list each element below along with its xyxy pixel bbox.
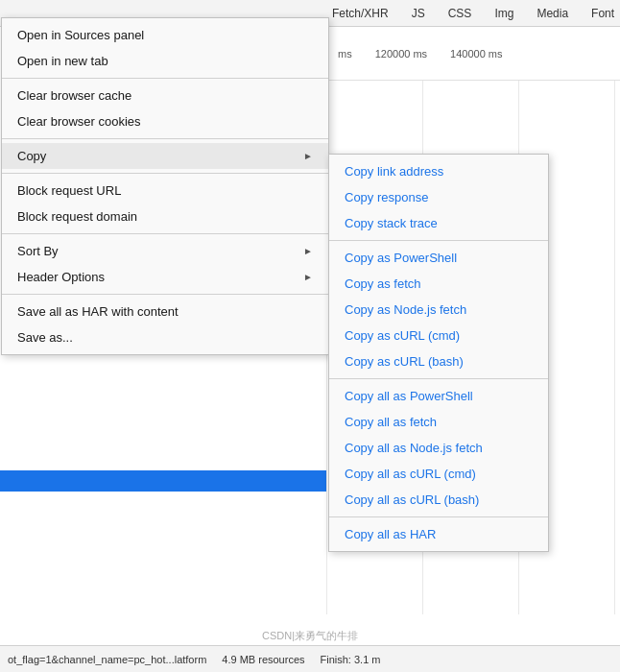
sub-menu-copy-link-address[interactable]: Copy link address	[329, 158, 548, 184]
copy-submenu-arrow: ►	[303, 151, 313, 161]
timeline-area: ms 120000 ms 140000 ms	[326, 27, 620, 81]
tab-js[interactable]: JS	[406, 3, 431, 24]
sub-menu-copy-all-as-fetch[interactable]: Copy all as fetch	[329, 409, 548, 435]
tab-media[interactable]: Media	[531, 3, 574, 24]
selected-row	[0, 470, 326, 492]
menu-item-block-url-label: Block request URL	[17, 183, 121, 198]
menu-item-block-url[interactable]: Block request URL	[2, 178, 328, 204]
sub-menu-copy-response-label: Copy response	[345, 190, 428, 204]
sub-menu-copy-as-curl-cmd[interactable]: Copy as cURL (cmd)	[329, 323, 548, 348]
menu-item-block-domain[interactable]: Block request domain	[2, 204, 328, 229]
tab-font[interactable]: Font	[585, 3, 620, 24]
sub-menu-copy-all-as-har[interactable]: Copy all as HAR	[329, 521, 548, 547]
ms-label-2: 120000 ms	[364, 48, 439, 60]
sub-menu-copy-link-address-label: Copy link address	[345, 164, 443, 179]
menu-item-clear-cache-label: Clear browser cache	[17, 88, 131, 103]
separator-5	[2, 294, 328, 295]
sub-separator-1	[329, 240, 548, 241]
menu-item-header-options[interactable]: Header Options ►	[2, 264, 328, 290]
sub-menu-copy-as-curl-cmd-label: Copy as cURL (cmd)	[345, 328, 460, 343]
sort-by-submenu-arrow: ►	[303, 246, 313, 256]
menu-item-save-har-label: Save all as HAR with content	[17, 304, 179, 319]
menu-item-sort-by-label: Sort By	[17, 244, 59, 258]
menu-item-copy-label: Copy	[17, 149, 46, 163]
menu-item-open-sources-label: Open in Sources panel	[17, 28, 144, 42]
menu-item-save-as-label: Save as...	[17, 330, 73, 345]
sub-menu-copy-all-as-nodejs-fetch[interactable]: Copy all as Node.js fetch	[329, 435, 548, 461]
sub-menu-copy-as-nodejs-fetch-label: Copy as Node.js fetch	[345, 302, 466, 317]
sub-separator-3	[329, 516, 548, 517]
sub-menu-copy-all-as-powershell-label: Copy all as PowerShell	[345, 389, 473, 403]
sub-menu-copy-as-nodejs-fetch[interactable]: Copy as Node.js fetch	[329, 297, 548, 323]
sub-menu-copy-as-powershell-label: Copy as PowerShell	[345, 251, 457, 265]
sub-menu-copy-all-as-nodejs-fetch-label: Copy all as Node.js fetch	[345, 441, 483, 455]
ms-label-3: 140000 ms	[439, 48, 513, 60]
sub-separator-2	[329, 378, 548, 379]
transferred-label: 4.9 MB resources	[222, 654, 304, 665]
sub-menu-copy-stack-trace[interactable]: Copy stack trace	[329, 210, 548, 236]
sub-menu-copy-as-powershell[interactable]: Copy as PowerShell	[329, 245, 548, 271]
context-menu-sub: Copy link address Copy response Copy sta…	[328, 154, 549, 552]
separator-4	[2, 233, 328, 234]
sub-menu-copy-all-as-curl-cmd[interactable]: Copy all as cURL (cmd)	[329, 461, 548, 487]
ms-label-1: ms	[326, 48, 364, 60]
sub-menu-copy-all-as-powershell[interactable]: Copy all as PowerShell	[329, 383, 548, 409]
sub-menu-copy-all-as-har-label: Copy all as HAR	[345, 527, 436, 541]
tab-img[interactable]: Img	[489, 3, 519, 24]
sub-menu-copy-all-as-curl-bash-label: Copy all as cURL (bash)	[345, 492, 479, 507]
sub-menu-copy-all-as-curl-bash[interactable]: Copy all as cURL (bash)	[329, 487, 548, 513]
bottom-url: ot_flag=1&channel_name=pc_hot...latform	[8, 654, 206, 665]
menu-item-copy[interactable]: Copy ►	[2, 143, 328, 169]
context-menu-main: Open in Sources panel Open in new tab Cl…	[1, 17, 329, 355]
menu-item-clear-cookies-label: Clear browser cookies	[17, 114, 141, 129]
menu-item-open-new-tab-label: Open in new tab	[17, 54, 108, 68]
tab-fetch-xhr[interactable]: Fetch/XHR	[326, 3, 394, 24]
bottom-bar: ot_flag=1&channel_name=pc_hot...latform …	[0, 645, 620, 672]
menu-item-block-domain-label: Block request domain	[17, 209, 137, 224]
menu-item-save-as[interactable]: Save as...	[2, 324, 328, 350]
sub-menu-copy-as-fetch-label: Copy as fetch	[345, 276, 421, 291]
menu-item-clear-cache[interactable]: Clear browser cache	[2, 83, 328, 108]
header-options-submenu-arrow: ►	[303, 272, 313, 282]
sub-menu-copy-as-fetch[interactable]: Copy as fetch	[329, 271, 548, 297]
menu-item-sort-by[interactable]: Sort By ►	[2, 238, 328, 264]
menu-item-header-options-label: Header Options	[17, 270, 105, 284]
tab-css[interactable]: CSS	[442, 3, 478, 24]
menu-item-open-new-tab[interactable]: Open in new tab	[2, 48, 328, 74]
sub-menu-copy-as-curl-bash-label: Copy as cURL (bash)	[345, 354, 464, 369]
sub-menu-copy-response[interactable]: Copy response	[329, 184, 548, 210]
sub-menu-copy-all-as-curl-cmd-label: Copy all as cURL (cmd)	[345, 467, 476, 481]
menu-item-clear-cookies[interactable]: Clear browser cookies	[2, 108, 328, 134]
sub-menu-copy-stack-trace-label: Copy stack trace	[345, 216, 438, 230]
separator-2	[2, 138, 328, 139]
separator-1	[2, 78, 328, 79]
separator-3	[2, 173, 328, 174]
sub-menu-copy-as-curl-bash[interactable]: Copy as cURL (bash)	[329, 348, 548, 374]
menu-item-open-sources[interactable]: Open in Sources panel	[2, 22, 328, 48]
menu-item-save-har[interactable]: Save all as HAR with content	[2, 299, 328, 324]
sub-menu-copy-all-as-fetch-label: Copy all as fetch	[345, 415, 437, 429]
finish-label: Finish: 3.1 m	[321, 654, 381, 665]
